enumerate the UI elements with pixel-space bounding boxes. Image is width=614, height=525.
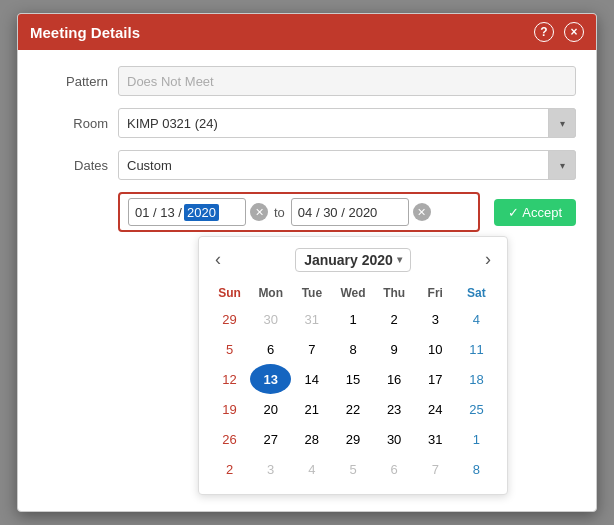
day-header-tue: Tue — [291, 282, 332, 304]
month-year-label: January 2020 — [304, 252, 393, 268]
prev-month-button[interactable]: ‹ — [209, 247, 227, 272]
calendar-day[interactable]: 2 — [374, 304, 415, 334]
calendar-day[interactable]: 12 — [209, 364, 250, 394]
calendar-week-row: 2930311234 — [209, 304, 497, 334]
dialog-header: Meeting Details ? × — [18, 14, 596, 50]
day-header-fri: Fri — [415, 282, 456, 304]
header-icons: ? × — [534, 22, 584, 42]
calendar-day[interactable]: 7 — [415, 454, 456, 484]
calendar-week-row: 567891011 — [209, 334, 497, 364]
calendar-day[interactable]: 8 — [332, 334, 373, 364]
calendar-day[interactable]: 3 — [250, 454, 291, 484]
calendar-body: 2930311234567891011121314151617181920212… — [209, 304, 497, 484]
day-header-wed: Wed — [332, 282, 373, 304]
calendar-day[interactable]: 6 — [250, 334, 291, 364]
calendar-day[interactable]: 13 — [250, 364, 291, 394]
room-select-arrow[interactable]: ▾ — [548, 108, 576, 138]
to-date-field: 04 / 30 / 2020 ✕ — [291, 198, 431, 226]
calendar-day[interactable]: 24 — [415, 394, 456, 424]
calendar-day[interactable]: 28 — [291, 424, 332, 454]
calendar-day[interactable]: 3 — [415, 304, 456, 334]
calendar-day[interactable]: 4 — [291, 454, 332, 484]
pattern-input[interactable] — [118, 66, 576, 96]
calendar-header: ‹ January 2020 ▾ › — [209, 247, 497, 272]
dates-select-wrapper: Custom ▾ — [118, 150, 576, 180]
calendar-spacer — [38, 236, 118, 495]
calendar-day[interactable]: 29 — [332, 424, 373, 454]
calendar-day[interactable]: 26 — [209, 424, 250, 454]
calendar-day[interactable]: 31 — [291, 304, 332, 334]
calendar-day[interactable]: 1 — [456, 424, 497, 454]
accept-button[interactable]: ✓ Accept — [494, 199, 576, 226]
calendar-day[interactable]: 30 — [374, 424, 415, 454]
pattern-row: Pattern — [38, 66, 576, 96]
dialog-title: Meeting Details — [30, 24, 140, 41]
calendar-week-row: 2627282930311 — [209, 424, 497, 454]
dates-label: Dates — [38, 158, 108, 173]
calendar-container: ‹ January 2020 ▾ › Sun Mon Tue Wed — [198, 236, 508, 495]
room-select[interactable]: KIMP 0321 (24) — [118, 108, 576, 138]
calendar-day[interactable]: 2 — [209, 454, 250, 484]
room-select-wrapper: KIMP 0321 (24) ▾ — [118, 108, 576, 138]
calendar-day[interactable]: 20 — [250, 394, 291, 424]
date-separator: to — [274, 205, 285, 220]
close-icon[interactable]: × — [564, 22, 584, 42]
calendar-day[interactable]: 19 — [209, 394, 250, 424]
calendar-day[interactable]: 17 — [415, 364, 456, 394]
to-date-input[interactable]: 04 / 30 / 2020 — [291, 198, 409, 226]
meeting-details-dialog: Meeting Details ? × Pattern Room KIMP 03… — [17, 13, 597, 512]
help-icon[interactable]: ? — [534, 22, 554, 42]
dates-select-arrow[interactable]: ▾ — [548, 150, 576, 180]
calendar-day[interactable]: 29 — [209, 304, 250, 334]
from-date-field: 01 / 13 / 2020 ✕ — [128, 198, 268, 226]
from-year-highlight: 2020 — [184, 204, 219, 221]
calendar-day[interactable]: 25 — [456, 394, 497, 424]
day-header-mon: Mon — [250, 282, 291, 304]
month-year-selector[interactable]: January 2020 ▾ — [295, 248, 411, 272]
calendar-day[interactable]: 4 — [456, 304, 497, 334]
calendar-day[interactable]: 18 — [456, 364, 497, 394]
dates-row: Dates Custom ▾ — [38, 150, 576, 180]
room-label: Room — [38, 116, 108, 131]
date-range-picker: 01 / 13 / 2020 ✕ to 04 / 30 / 2020 ✕ — [118, 192, 480, 232]
dialog-body: Pattern Room KIMP 0321 (24) ▾ Dates Cust… — [18, 50, 596, 511]
calendar-day[interactable]: 1 — [332, 304, 373, 334]
calendar-day[interactable]: 30 — [250, 304, 291, 334]
calendar-day[interactable]: 7 — [291, 334, 332, 364]
calendar-week-row: 19202122232425 — [209, 394, 497, 424]
from-date-input[interactable]: 01 / 13 / 2020 — [128, 198, 246, 226]
calendar-grid: Sun Mon Tue Wed Thu Fri Sat 293031123456… — [209, 282, 497, 484]
calendar-day[interactable]: 15 — [332, 364, 373, 394]
calendar-day[interactable]: 31 — [415, 424, 456, 454]
date-range-row: 01 / 13 / 2020 ✕ to 04 / 30 / 2020 ✕ ✓ — [38, 192, 576, 232]
calendar-day[interactable]: 11 — [456, 334, 497, 364]
calendar-header-row: Sun Mon Tue Wed Thu Fri Sat — [209, 282, 497, 304]
next-month-button[interactable]: › — [479, 247, 497, 272]
calendar-day[interactable]: 5 — [332, 454, 373, 484]
day-header-thu: Thu — [374, 282, 415, 304]
from-date-clear[interactable]: ✕ — [250, 203, 268, 221]
calendar-day[interactable]: 16 — [374, 364, 415, 394]
calendar-day[interactable]: 10 — [415, 334, 456, 364]
calendar-week-row: 12131415161718 — [209, 364, 497, 394]
month-year-arrow: ▾ — [397, 254, 402, 265]
to-date-clear[interactable]: ✕ — [413, 203, 431, 221]
pattern-label: Pattern — [38, 74, 108, 89]
dates-select[interactable]: Custom — [118, 150, 576, 180]
room-row: Room KIMP 0321 (24) ▾ — [38, 108, 576, 138]
day-header-sat: Sat — [456, 282, 497, 304]
calendar-day[interactable]: 21 — [291, 394, 332, 424]
calendar-day[interactable]: 5 — [209, 334, 250, 364]
calendar-day[interactable]: 22 — [332, 394, 373, 424]
calendar-day[interactable]: 27 — [250, 424, 291, 454]
calendar-day[interactable]: 9 — [374, 334, 415, 364]
from-date-text: 01 / 13 / — [135, 205, 182, 220]
day-header-sun: Sun — [209, 282, 250, 304]
calendar-day[interactable]: 23 — [374, 394, 415, 424]
calendar-area: ‹ January 2020 ▾ › Sun Mon Tue Wed — [38, 236, 576, 495]
calendar-day[interactable]: 6 — [374, 454, 415, 484]
calendar-day[interactable]: 8 — [456, 454, 497, 484]
to-date-text: 04 / 30 / 2020 — [298, 205, 378, 220]
calendar-day[interactable]: 14 — [291, 364, 332, 394]
calendar-week-row: 2345678 — [209, 454, 497, 484]
